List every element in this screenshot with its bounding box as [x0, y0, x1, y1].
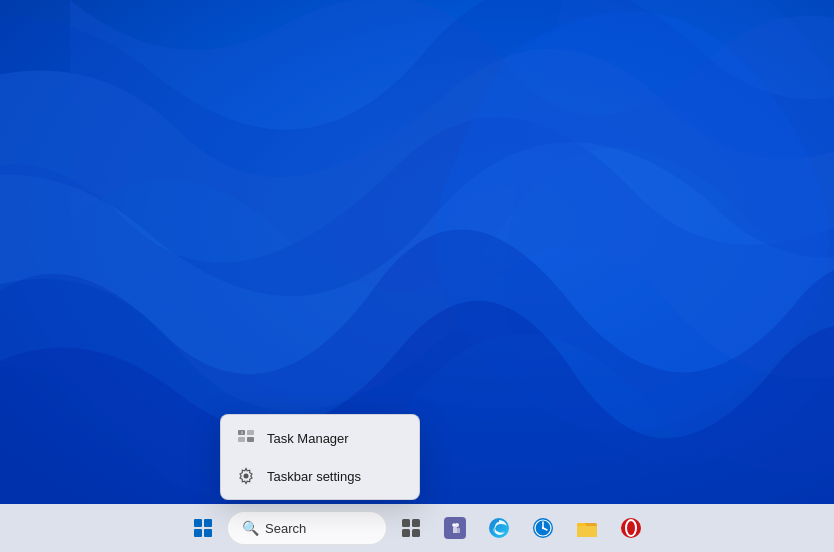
search-bar[interactable]: 🔍 Search: [227, 511, 387, 545]
taskbar-center: 🔍 Search: [183, 508, 651, 548]
taskbar: 🔍 Search: [0, 504, 834, 552]
edge-button[interactable]: [479, 508, 519, 548]
teams-icon: [444, 517, 466, 539]
clock-button[interactable]: [523, 508, 563, 548]
desktop: Task Manager Taskbar settings: [0, 0, 834, 552]
svg-rect-11: [412, 529, 420, 537]
taskbar-settings-label: Taskbar settings: [267, 469, 361, 484]
context-menu-taskbar-settings[interactable]: Taskbar settings: [221, 457, 419, 495]
context-menu: Task Manager Taskbar settings: [220, 414, 420, 500]
svg-rect-3: [238, 437, 245, 442]
svg-rect-2: [247, 430, 254, 435]
start-button[interactable]: [183, 508, 223, 548]
context-menu-task-manager[interactable]: Task Manager: [221, 419, 419, 457]
search-label: Search: [265, 521, 306, 536]
svg-rect-21: [577, 526, 597, 537]
file-explorer-icon: [576, 517, 598, 539]
svg-rect-8: [402, 519, 410, 527]
svg-rect-4: [247, 437, 254, 442]
clock-icon: [532, 517, 554, 539]
task-manager-label: Task Manager: [267, 431, 349, 446]
svg-rect-9: [412, 519, 420, 527]
svg-point-13: [452, 523, 456, 527]
svg-rect-10: [402, 529, 410, 537]
settings-icon: [237, 467, 255, 485]
search-icon: 🔍: [242, 520, 259, 536]
file-explorer-button[interactable]: [567, 508, 607, 548]
svg-point-7: [244, 474, 249, 479]
windows-logo-icon: [194, 519, 212, 537]
opera-icon: [620, 517, 642, 539]
svg-point-19: [542, 527, 544, 529]
opera-button[interactable]: [611, 508, 651, 548]
edge-icon: [488, 517, 510, 539]
task-view-icon: [401, 518, 421, 538]
teams-button[interactable]: [435, 508, 475, 548]
task-manager-icon: [237, 429, 255, 447]
task-view-button[interactable]: [391, 508, 431, 548]
svg-rect-6: [241, 431, 243, 434]
